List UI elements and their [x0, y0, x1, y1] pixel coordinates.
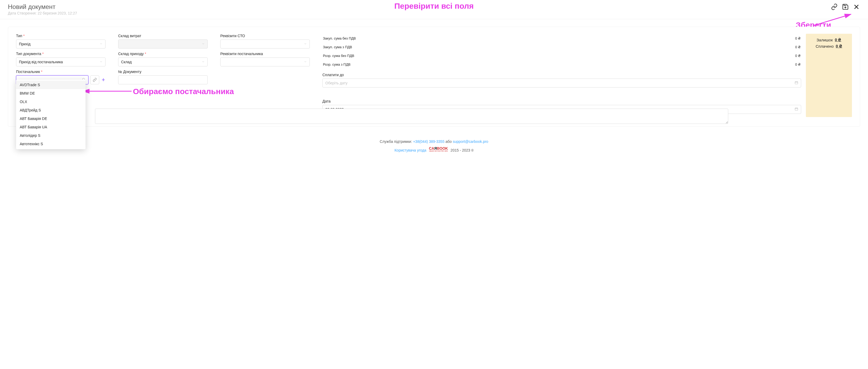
carbook-logo: CAЯBOOKcause we love the cars: [429, 146, 448, 152]
chevron-down-icon: [99, 60, 103, 64]
remain-value: 0 ₴: [835, 37, 841, 42]
chevron-down-icon: [304, 42, 307, 46]
supplier-dropdown: AVDTrade SBMW DEOLXАВДТрейд SАВТ Баварія…: [16, 80, 86, 149]
pay-date-label: Сплатити до: [322, 73, 801, 77]
buy-vat-value: 0 ₴: [733, 43, 801, 51]
expense-wh-label: Склад витрат: [118, 34, 208, 38]
header-title-block: Новий документ Дата Створення: 22 березн…: [8, 3, 77, 15]
doc-no-input[interactable]: [118, 75, 208, 84]
annotation-supplier: Обираємо постачальника: [133, 87, 234, 96]
sell-no-vat-value: 0 ₴: [733, 52, 801, 60]
form-grid: Тип * Прихід Тип документа * Прихід від …: [16, 34, 852, 117]
supplier-option[interactable]: АВТ Баварія DE: [16, 114, 86, 123]
totals-table: Закуп. сума без ПДВ0 ₴ Закуп. сума з ПДВ…: [322, 34, 801, 69]
doc-type-select[interactable]: Прихід від постачальника: [16, 57, 105, 66]
doc-no-label: № Документу: [118, 69, 208, 74]
buy-vat-label: Закуп. сума з ПДВ: [323, 43, 732, 51]
calendar-icon: [795, 107, 798, 112]
pay-date-placeholder: Оберіть дату: [325, 81, 347, 85]
sto-req-select[interactable]: [220, 39, 310, 49]
trademark: ®: [471, 149, 473, 152]
sticky-note: Залишок 0 ₴ Сплачено 0 ₴: [806, 34, 852, 117]
doc-type-value: Прихід від постачальника: [19, 60, 63, 64]
supplier-req-label: Реквізити постачальника: [220, 52, 310, 56]
document-card: Тип * Прихід Тип документа * Прихід від …: [8, 27, 860, 127]
save-icon[interactable]: [842, 3, 849, 10]
svg-point-0: [845, 7, 846, 8]
supplier-option[interactable]: АВТ Баварія UA: [16, 123, 86, 131]
calendar-icon: [795, 81, 798, 85]
page-title: Новий документ: [8, 3, 77, 10]
paid-label: Сплачено: [816, 44, 834, 49]
paid-value: 0 ₴: [836, 44, 842, 49]
notes-textarea[interactable]: [95, 109, 728, 124]
doc-type-label: Тип документа *: [16, 52, 105, 56]
pay-date-input[interactable]: Оберіть дату: [322, 79, 801, 87]
svg-rect-3: [795, 81, 798, 84]
income-wh-value: Склад: [121, 60, 132, 64]
user-agreement-link[interactable]: Користувача угода: [395, 148, 426, 152]
supplier-link-button[interactable]: [90, 75, 99, 84]
support-phone[interactable]: +38(044) 389-3355: [413, 139, 444, 144]
buy-no-vat-value: 0 ₴: [733, 34, 801, 42]
column-3: Реквізити СТО Реквізити постачальника: [220, 34, 310, 117]
income-wh-label: Склад приходу *: [118, 52, 208, 56]
or-text: або: [444, 139, 453, 144]
buy-no-vat-label: Закуп. сума без ПДВ: [323, 34, 732, 42]
column-2: Склад витрат Склад приходу * Склад № Док…: [118, 34, 208, 117]
svg-rect-4: [795, 108, 798, 110]
sell-no-vat-label: Розр. сума без ПДВ: [323, 52, 732, 60]
expense-wh-select: [118, 39, 208, 49]
supplier-option[interactable]: AVDTrade S: [16, 81, 86, 89]
supplier-option[interactable]: OLX: [16, 97, 86, 106]
link-icon[interactable]: [831, 3, 838, 10]
remain-label: Залишок: [817, 38, 833, 42]
supplier-option[interactable]: АВДТрейд S: [16, 106, 86, 114]
income-wh-select[interactable]: Склад: [118, 57, 208, 66]
chevron-down-icon: [202, 60, 205, 64]
supplier-option[interactable]: BMW DE: [16, 89, 86, 97]
page-subtitle: Дата Створення: 22 березня 2023, 12:27: [8, 11, 77, 15]
page-header: Новий документ Дата Створення: 22 березн…: [0, 0, 868, 19]
footer: Служба підтримки: +38(044) 389-3355 або …: [0, 132, 868, 163]
header-actions: [831, 3, 860, 10]
totals-block: Закуп. сума без ПДВ0 ₴ Закуп. сума з ПДВ…: [322, 34, 801, 117]
add-supplier-button[interactable]: +: [101, 77, 105, 83]
type-select[interactable]: Прихід: [16, 39, 105, 49]
notes-block: [95, 109, 728, 125]
supplier-req-select[interactable]: [220, 57, 310, 66]
doc-date-label: Дата: [322, 99, 801, 103]
support-text: Служба підтримки:: [380, 139, 413, 144]
chevron-down-icon: [99, 42, 103, 46]
column-4: Закуп. сума без ПДВ0 ₴ Закуп. сума з ПДВ…: [322, 34, 852, 117]
supplier-label: Постачальник *: [16, 69, 105, 74]
type-label: Тип *: [16, 34, 105, 38]
support-email[interactable]: support@carbook.pro: [453, 139, 488, 144]
sell-vat-value: 0 ₴: [733, 60, 801, 68]
annotation-validate: Перевірити всі поля: [394, 2, 474, 10]
supplier-option[interactable]: Автолідер S: [16, 131, 86, 140]
close-icon[interactable]: [853, 3, 860, 10]
sto-req-label: Реквізити СТО: [220, 34, 310, 38]
sell-vat-label: Розр. сума з ПДВ: [323, 60, 732, 68]
type-value: Прихід: [19, 42, 31, 46]
chevron-down-icon: [304, 60, 307, 64]
supplier-option[interactable]: Автотехнікс S: [16, 140, 86, 148]
years: 2015 - 2023: [451, 148, 470, 152]
chevron-down-icon: [202, 42, 205, 46]
